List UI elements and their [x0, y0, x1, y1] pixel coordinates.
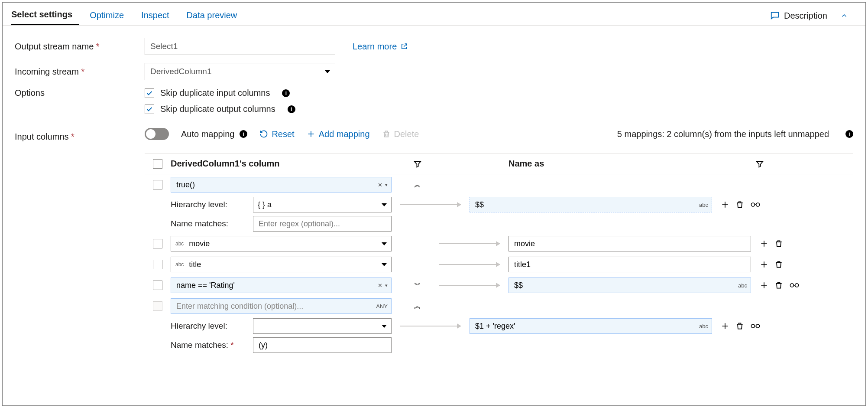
options-label: Options: [15, 88, 145, 98]
description-label: Description: [784, 11, 827, 21]
svg-point-1: [756, 203, 760, 206]
arrow-icon: [439, 243, 500, 244]
row-checkbox[interactable]: [153, 281, 162, 290]
collapse-icon[interactable]: ︽: [414, 183, 421, 187]
plus-icon[interactable]: [760, 239, 768, 248]
name-matches-label: Name matches:: [171, 219, 253, 228]
trash-icon[interactable]: [774, 239, 783, 248]
comment-icon: [770, 11, 780, 20]
svg-point-5: [756, 324, 760, 328]
reset-button[interactable]: Reset: [259, 129, 294, 139]
name-as-input[interactable]: abc: [470, 318, 712, 334]
link-icon[interactable]: [750, 322, 761, 330]
description-toggle[interactable]: Description: [770, 11, 857, 21]
mapping-status: 5 mappings: 2 column(s) from the inputs …: [617, 129, 853, 139]
source-expression-input[interactable]: ✕▾: [171, 177, 392, 193]
trash-icon[interactable]: [774, 281, 783, 290]
trash-icon[interactable]: [774, 260, 783, 269]
name-matches-input[interactable]: [258, 219, 387, 229]
skip-dup-input-label: Skip duplicate input columns: [160, 88, 270, 98]
trash-icon: [382, 130, 391, 138]
filter-icon[interactable]: [413, 160, 422, 168]
source-column-select[interactable]: abc: [171, 236, 392, 251]
info-icon[interactable]: i: [240, 130, 247, 138]
trash-icon[interactable]: [735, 200, 744, 209]
info-icon[interactable]: i: [845, 130, 853, 138]
collapse-icon[interactable]: ︽: [414, 304, 421, 308]
arrow-icon: [439, 285, 500, 286]
name-matches-label: Name matches:: [171, 340, 253, 350]
arrow-icon: [400, 326, 461, 326]
link-icon[interactable]: [750, 200, 761, 209]
chevron-up-icon: [840, 12, 848, 20]
skip-dup-output-label: Skip duplicate output columns: [160, 104, 275, 114]
info-icon[interactable]: i: [282, 89, 290, 97]
svg-point-0: [751, 203, 755, 206]
output-stream-label: Output stream name: [15, 42, 145, 52]
hierarchy-level-label: Hierarchy level:: [171, 200, 253, 209]
output-stream-input[interactable]: [145, 38, 335, 55]
name-matches-input[interactable]: [258, 340, 387, 350]
hierarchy-level-label: Hierarchy level:: [171, 321, 253, 331]
svg-point-3: [795, 284, 799, 287]
row-checkbox[interactable]: [153, 180, 162, 189]
plus-icon: [307, 130, 315, 138]
row-checkbox: [153, 301, 162, 311]
skip-dup-output-checkbox[interactable]: [145, 104, 154, 114]
name-as-input[interactable]: abc: [508, 277, 751, 293]
delete-button: Delete: [382, 129, 419, 139]
row-checkbox[interactable]: [153, 239, 162, 248]
plus-icon[interactable]: [721, 322, 729, 330]
source-column-select[interactable]: abc: [171, 257, 392, 272]
plus-icon[interactable]: [760, 281, 768, 290]
tab-inspect[interactable]: Inspect: [141, 7, 176, 25]
matching-condition-input[interactable]: ANY: [171, 298, 392, 314]
row-checkbox[interactable]: [153, 260, 162, 269]
reset-icon: [259, 130, 268, 138]
incoming-stream-label: Incoming stream: [15, 67, 145, 77]
arrow-icon: [400, 204, 461, 205]
svg-point-4: [751, 324, 755, 328]
name-as-input[interactable]: [508, 236, 751, 251]
plus-icon[interactable]: [760, 260, 768, 269]
incoming-stream-select[interactable]: [145, 63, 335, 80]
external-link-icon: [400, 42, 408, 50]
input-columns-label: Input columns: [15, 132, 145, 142]
info-icon[interactable]: i: [288, 105, 295, 113]
name-as-input[interactable]: [508, 257, 751, 272]
tab-select-settings[interactable]: Select settings: [11, 6, 79, 25]
tab-bar: Select settings Optimize Inspect Data pr…: [3, 3, 865, 26]
learn-more-link[interactable]: Learn more: [353, 42, 408, 52]
name-as-input[interactable]: abc: [470, 197, 712, 212]
tab-optimize[interactable]: Optimize: [90, 7, 131, 25]
link-icon[interactable]: [789, 281, 800, 290]
filter-icon[interactable]: [755, 160, 764, 168]
plus-icon[interactable]: [721, 200, 729, 209]
select-all-checkbox[interactable]: [153, 159, 162, 169]
expand-icon[interactable]: ︾: [414, 283, 421, 287]
trash-icon[interactable]: [735, 322, 744, 330]
auto-mapping-label: Auto mapping: [181, 129, 234, 139]
svg-point-2: [790, 284, 794, 287]
tab-data-preview[interactable]: Data preview: [187, 7, 244, 25]
column-header-name-as: Name as: [508, 159, 751, 169]
skip-dup-input-checkbox[interactable]: [145, 88, 154, 98]
hierarchy-level-select[interactable]: { } a: [253, 197, 392, 212]
hierarchy-level-select[interactable]: [253, 318, 392, 334]
column-header-source: DerivedColumn1's column: [171, 159, 405, 169]
source-expression-input[interactable]: ✕▾: [171, 277, 392, 293]
add-mapping-button[interactable]: Add mapping: [307, 129, 370, 139]
arrow-icon: [439, 264, 500, 265]
auto-mapping-toggle[interactable]: [145, 128, 169, 140]
